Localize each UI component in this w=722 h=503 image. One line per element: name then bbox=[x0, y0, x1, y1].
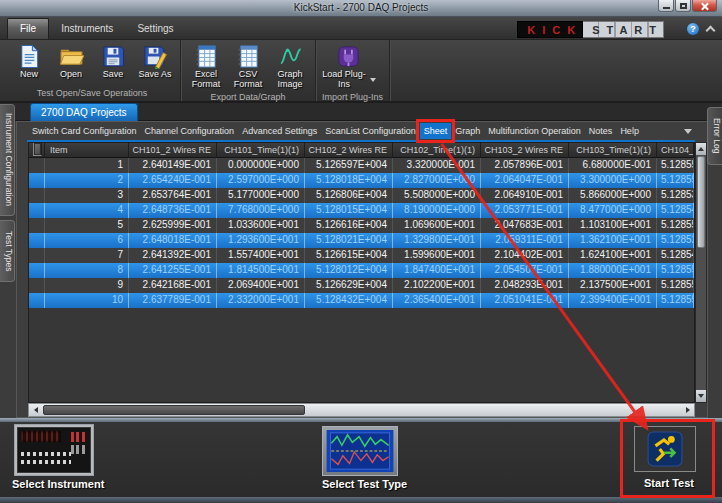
excel-format-button[interactable]: Excel Format bbox=[185, 43, 227, 91]
value-cell[interactable]: 5.128555 bbox=[657, 158, 694, 173]
scroll-up-button[interactable] bbox=[696, 143, 706, 155]
tab-settings[interactable]: Settings bbox=[125, 19, 185, 39]
value-cell[interactable]: 0.000000E+000 bbox=[217, 158, 305, 173]
row-number-cell[interactable]: 7 bbox=[45, 248, 129, 263]
select-instrument-button[interactable] bbox=[14, 424, 94, 476]
value-cell[interactable]: 1.880000E+001 bbox=[569, 263, 657, 278]
value-cell[interactable]: 5.128538 bbox=[657, 188, 694, 203]
tab-scanlist-configuration[interactable]: ScanList Configuration bbox=[321, 123, 420, 139]
tab-help[interactable]: Help bbox=[616, 123, 643, 139]
maximize-button[interactable] bbox=[675, 0, 691, 12]
load-plugins-button[interactable]: Load Plug-Ins bbox=[320, 43, 376, 91]
value-cell[interactable]: 2.641255E-001 bbox=[129, 263, 217, 278]
scroll-down-button[interactable] bbox=[696, 390, 706, 402]
value-cell[interactable]: 1.329800E+001 bbox=[393, 233, 481, 248]
column-header-ch101-2wires[interactable]: CH101_2 Wires RE bbox=[129, 143, 217, 157]
row-selector-cell[interactable] bbox=[29, 233, 45, 248]
value-cell[interactable]: 2.648018E-001 bbox=[129, 233, 217, 248]
tab-2700-daq-projects[interactable]: 2700 DAQ Projects bbox=[30, 103, 138, 121]
column-header-ch104-2wires[interactable]: CH104_2 Wires RE bbox=[657, 143, 694, 157]
value-cell[interactable]: 2.064047E-001 bbox=[481, 173, 569, 188]
value-cell[interactable]: 5.128015E+004 bbox=[305, 203, 393, 218]
table-row[interactable]: 92.642168E-0012.069400E+0015.126629E+004… bbox=[29, 278, 694, 293]
value-cell[interactable]: 2.057896E-001 bbox=[481, 158, 569, 173]
select-test-type-button[interactable] bbox=[322, 426, 398, 476]
tab-sheet[interactable]: Sheet bbox=[420, 123, 452, 139]
value-cell[interactable]: 2.640149E-001 bbox=[129, 158, 217, 173]
value-cell[interactable]: 2.653764E-001 bbox=[129, 188, 217, 203]
tab-channel-configuration[interactable]: Channel Configuration bbox=[141, 123, 239, 139]
sidebar-item-test-types[interactable]: Test Types bbox=[0, 220, 15, 282]
value-cell[interactable]: 5.126629E+004 bbox=[305, 278, 393, 293]
value-cell[interactable]: 2.104402E-001 bbox=[481, 248, 569, 263]
table-row[interactable]: 32.653764E-0015.177000E+0005.126806E+004… bbox=[29, 188, 694, 203]
table-row[interactable]: 52.625999E-0011.033600E+0015.126616E+004… bbox=[29, 218, 694, 233]
value-cell[interactable]: 5.128554 bbox=[657, 173, 694, 188]
value-cell[interactable]: 5.128432E+004 bbox=[305, 293, 393, 308]
value-cell[interactable]: 2.102200E+001 bbox=[393, 278, 481, 293]
sidebar-item-error-log[interactable]: Error Log bbox=[707, 107, 722, 165]
tab-multifunction-operation[interactable]: Multifunction Operation bbox=[484, 123, 585, 139]
row-selector-cell[interactable] bbox=[29, 293, 45, 308]
column-header-ch102-time[interactable]: CH102_Time(1)(1) bbox=[393, 143, 481, 157]
value-cell[interactable]: 5.126597E+004 bbox=[305, 158, 393, 173]
value-cell[interactable]: 1.624100E+001 bbox=[569, 248, 657, 263]
row-number-cell[interactable]: 3 bbox=[45, 188, 129, 203]
subtab-overflow-icon[interactable] bbox=[684, 129, 692, 134]
row-number-cell[interactable]: 9 bbox=[45, 278, 129, 293]
horizontal-scrollbar-thumb[interactable] bbox=[43, 405, 305, 415]
save-button[interactable]: Save bbox=[92, 43, 134, 81]
value-cell[interactable]: 5.128550 bbox=[657, 278, 694, 293]
value-cell[interactable]: 7.768000E+000 bbox=[217, 203, 305, 218]
value-cell[interactable]: 2.597000E+000 bbox=[217, 173, 305, 188]
csv-format-button[interactable]: CSV Format bbox=[227, 43, 269, 91]
value-cell[interactable]: 2.827000E+000 bbox=[393, 173, 481, 188]
tab-switch-card-configuration[interactable]: Switch Card Configuration bbox=[28, 123, 141, 139]
row-selector-cell[interactable] bbox=[29, 248, 45, 263]
value-cell[interactable]: 1.847400E+001 bbox=[393, 263, 481, 278]
value-cell[interactable]: 5.126806E+004 bbox=[305, 188, 393, 203]
value-cell[interactable]: 2.399400E+001 bbox=[569, 293, 657, 308]
value-cell[interactable]: 1.103100E+001 bbox=[569, 218, 657, 233]
value-cell[interactable]: 2.048293E-001 bbox=[481, 278, 569, 293]
value-cell[interactable]: 2.054507E-001 bbox=[481, 263, 569, 278]
vertical-scrollbar-thumb[interactable] bbox=[697, 156, 705, 248]
start-test-button[interactable] bbox=[634, 426, 696, 472]
table-row[interactable]: 82.641255E-0011.814500E+0015.128012E+004… bbox=[29, 263, 694, 278]
value-cell[interactable]: 1.293600E+001 bbox=[217, 233, 305, 248]
row-selector-cell[interactable] bbox=[29, 278, 45, 293]
value-cell[interactable]: 1.069600E+001 bbox=[393, 218, 481, 233]
value-cell[interactable]: 5.128554 bbox=[657, 263, 694, 278]
row-number-cell[interactable]: 6 bbox=[45, 233, 129, 248]
value-cell[interactable]: 6.680000E-001 bbox=[569, 158, 657, 173]
horizontal-scrollbar[interactable] bbox=[28, 403, 695, 417]
column-header-ch103-2wires[interactable]: CH103_2 Wires RE bbox=[481, 143, 569, 157]
column-header-item[interactable]: Item bbox=[45, 143, 129, 157]
select-all-cell[interactable] bbox=[29, 143, 45, 157]
value-cell[interactable]: 5.866000E+000 bbox=[569, 188, 657, 203]
tab-advanced-settings[interactable]: Advanced Settings bbox=[238, 123, 321, 139]
row-number-cell[interactable]: 5 bbox=[45, 218, 129, 233]
row-selector-cell[interactable] bbox=[29, 158, 45, 173]
value-cell[interactable]: 5.128522 bbox=[657, 233, 694, 248]
tab-notes[interactable]: Notes bbox=[585, 123, 617, 139]
value-cell[interactable]: 2.637789E-001 bbox=[129, 293, 217, 308]
minimize-button[interactable] bbox=[658, 0, 674, 12]
open-button[interactable]: Open bbox=[50, 43, 92, 81]
table-row[interactable]: 22.654240E-0012.597000E+0005.128018E+004… bbox=[29, 173, 694, 188]
value-cell[interactable]: 2.137500E+001 bbox=[569, 278, 657, 293]
tab-instruments[interactable]: Instruments bbox=[49, 19, 125, 39]
sidebar-item-instrument-configuration[interactable]: Instrument Configuration bbox=[0, 104, 15, 216]
value-cell[interactable]: 2.332000E+001 bbox=[217, 293, 305, 308]
value-cell[interactable]: 2.648736E-001 bbox=[129, 203, 217, 218]
value-cell[interactable]: 2.064910E-001 bbox=[481, 188, 569, 203]
tab-file[interactable]: File bbox=[7, 18, 49, 39]
value-cell[interactable]: 5.126615E+004 bbox=[305, 248, 393, 263]
table-row[interactable]: 12.640149E-0010.000000E+0005.126597E+004… bbox=[29, 158, 694, 173]
value-cell[interactable]: 5.128554 bbox=[657, 218, 694, 233]
row-number-cell[interactable]: 4 bbox=[45, 203, 129, 218]
help-icon[interactable]: ? bbox=[687, 23, 699, 35]
value-cell[interactable]: 1.557400E+001 bbox=[217, 248, 305, 263]
scroll-left-button[interactable] bbox=[29, 404, 42, 416]
save-as-button[interactable]: Save As bbox=[134, 43, 176, 81]
